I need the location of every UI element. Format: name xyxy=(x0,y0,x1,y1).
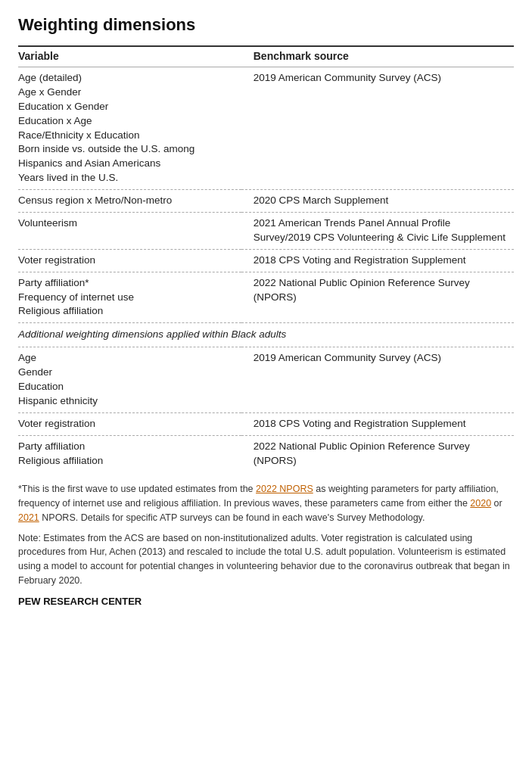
weighting-table: Variable Benchmark source Age (detailed)… xyxy=(18,45,514,472)
variable-cell: Party affiliation*Frequency of internet … xyxy=(18,272,241,323)
fn1-link-2022npors[interactable]: 2022 NPORS xyxy=(256,484,313,494)
col1-header: Variable xyxy=(18,46,241,67)
page-title: Weighting dimensions xyxy=(18,15,514,35)
fn1-text-3: or xyxy=(491,498,502,509)
footnote-2: Note: Estimates from the ACS are based o… xyxy=(18,531,514,588)
variable-cell: Census region x Metro/Non-metro xyxy=(18,190,241,213)
source-cell: 2020 CPS March Supplement xyxy=(241,190,514,213)
fn1-link-2021[interactable]: 2021 xyxy=(18,512,39,523)
fn1-link-2020[interactable]: 2020 xyxy=(470,498,491,509)
fn1-text-1: *This is the first wave to use updated e… xyxy=(18,484,256,494)
fn1-text-4: NPORS. Details for specific ATP surveys … xyxy=(39,512,425,523)
footnotes: *This is the first wave to use updated e… xyxy=(18,482,514,608)
variable-cell: Voter registration xyxy=(18,412,241,435)
source-cell: 2021 American Trends Panel Annual Profil… xyxy=(241,213,514,250)
italic-row-cell: Additional weighting dimensions applied … xyxy=(18,323,514,347)
source-cell: 2018 CPS Voting and Registration Supplem… xyxy=(241,249,514,272)
variable-cell: Party affiliationReligious affiliation xyxy=(18,435,241,472)
source-cell: 2022 National Public Opinion Reference S… xyxy=(241,435,514,472)
source-cell: 2019 American Community Survey (ACS) xyxy=(241,347,514,413)
source-cell: 2018 CPS Voting and Registration Supplem… xyxy=(241,412,514,435)
footnote-1: *This is the first wave to use updated e… xyxy=(18,482,514,524)
variable-cell: Age (detailed)Age x GenderEducation x Ge… xyxy=(18,67,241,190)
pew-credit: PEW RESEARCH CENTER xyxy=(18,594,514,609)
col2-header: Benchmark source xyxy=(241,46,514,67)
variable-cell: Volunteerism xyxy=(18,213,241,250)
source-cell: 2022 National Public Opinion Reference S… xyxy=(241,272,514,323)
source-cell: 2019 American Community Survey (ACS) xyxy=(241,67,514,190)
variable-cell: Voter registration xyxy=(18,249,241,272)
variable-cell: AgeGenderEducationHispanic ethnicity xyxy=(18,347,241,413)
